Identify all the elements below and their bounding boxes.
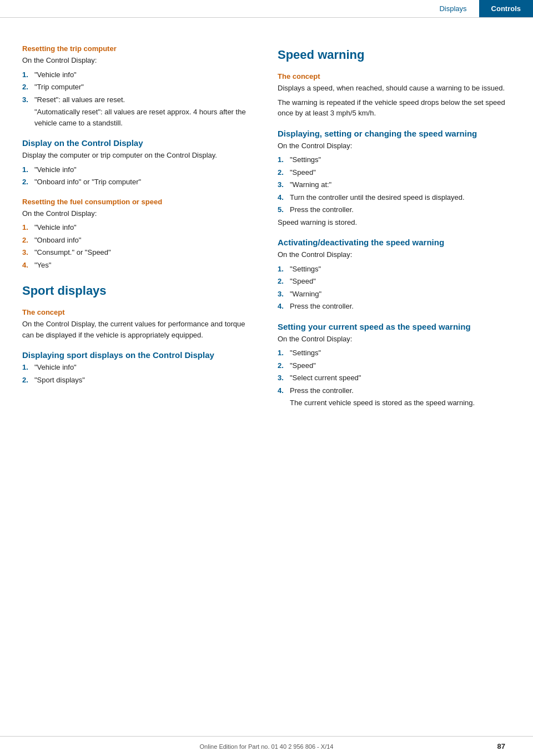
header-bar: Displays Controls: [0, 0, 533, 18]
step-item: 3. "Reset": all values are reset.: [22, 94, 255, 105]
sport-displays-heading: Sport displays: [22, 284, 255, 298]
activating-intro: On the Control Display:: [278, 249, 511, 260]
step-item: 3. "Select current speed": [278, 372, 511, 384]
step-item: 5. Press the controller.: [278, 204, 511, 215]
speed-warning-stored: Speed warning is stored.: [278, 217, 511, 228]
step-item: 1. "Vehicle info": [22, 69, 255, 80]
section-display-control-heading: Display on the Control Display: [22, 138, 255, 148]
right-column: Speed warning The concept Displays a spe…: [278, 34, 511, 411]
current-speed-intro: On the Control Display:: [278, 334, 511, 345]
reset-trip-steps: 1. "Vehicle info" 2. "Trip computer" 3. …: [22, 69, 255, 105]
displaying-setting-intro: On the Control Display:: [278, 140, 511, 152]
section-reset-fuel-heading: Resetting the fuel consumption or speed: [22, 198, 255, 206]
reset-fuel-steps: 1. "Vehicle info" 2. "Onboard info" 3. "…: [22, 222, 255, 270]
step-item: 4. "Yes": [22, 260, 255, 271]
sport-concept-text: On the Control Display, the current valu…: [22, 319, 255, 340]
step-item: 1. "Vehicle info": [22, 164, 255, 175]
current-speed-heading: Setting your current speed as the speed …: [278, 322, 511, 331]
step-item: 2. "Trip computer": [22, 82, 255, 93]
displaying-setting-steps: 1. "Settings" 2. "Speed" 3. "Warning at:…: [278, 154, 511, 215]
footer: Online Edition for Part no. 01 40 2 956 …: [0, 736, 533, 756]
activating-heading: Activating/deactivating the speed warnin…: [278, 238, 511, 247]
footer-text: Online Edition for Part no. 01 40 2 956 …: [200, 743, 334, 750]
content-wrapper: Resetting the trip computer On the Contr…: [0, 18, 533, 444]
section-reset-trip-intro: On the Control Display:: [22, 55, 255, 66]
footer-page: 87: [497, 742, 505, 750]
activating-steps: 1. "Settings" 2. "Speed" 3. "Warning" 4.…: [278, 264, 511, 312]
section-reset-trip-heading: Resetting the trip computer: [22, 44, 255, 53]
current-speed-subnote: The current vehicle speed is stored as t…: [290, 397, 511, 409]
section-display-control: Display on the Control Display Display t…: [22, 138, 255, 188]
section-sport-displays: Sport displays The concept On the Contro…: [22, 284, 255, 385]
section-reset-fuel-intro: On the Control Display:: [22, 208, 255, 219]
sport-concept-heading: The concept: [22, 308, 255, 316]
section-reset-trip: Resetting the trip computer On the Contr…: [22, 44, 255, 128]
step-item: 3. "Consumpt." or "Speed": [22, 247, 255, 258]
step-item: 2. "Speed": [278, 276, 511, 287]
step-item: 3. "Warning": [278, 289, 511, 300]
speed-concept-text1: Displays a speed, when reached, should c…: [278, 83, 511, 94]
step-item: 1. "Vehicle info": [22, 222, 255, 233]
step-item: 4. Press the controller.: [278, 301, 511, 312]
tab-displays[interactable]: Displays: [427, 0, 479, 17]
step-item: 2. "Speed": [278, 360, 511, 371]
reset-trip-subnote: "Automatically reset": all values are re…: [34, 107, 255, 128]
step-item: 4. Press the controller.: [278, 385, 511, 396]
left-column: Resetting the trip computer On the Contr…: [22, 34, 255, 411]
display-control-steps: 1. "Vehicle info" 2. "Onboard info" or "…: [22, 164, 255, 188]
section-reset-fuel: Resetting the fuel consumption or speed …: [22, 198, 255, 271]
speed-warning-heading: Speed warning: [278, 48, 511, 62]
step-item: 2. "Sport displays": [22, 375, 255, 386]
step-item: 1. "Settings": [278, 347, 511, 359]
sport-display-steps: 1. "Vehicle info" 2. "Sport displays": [22, 362, 255, 385]
step-item: 2. "Onboard info": [22, 235, 255, 246]
displaying-sport-heading: Displaying sport displays on the Control…: [22, 350, 255, 360]
section-display-control-intro: Display the computer or trip computer on…: [22, 150, 255, 161]
speed-concept-text2: The warning is repeated if the vehicle s…: [278, 97, 511, 119]
step-item: 1. "Settings": [278, 264, 511, 275]
step-item: 1. "Settings": [278, 154, 511, 165]
speed-concept-heading: The concept: [278, 72, 511, 80]
current-speed-steps: 1. "Settings" 2. "Speed" 3. "Select curr…: [278, 347, 511, 396]
step-item: 3. "Warning at:": [278, 179, 511, 190]
displaying-setting-heading: Displaying, setting or changing the spee…: [278, 129, 511, 138]
step-item: 2. "Onboard info" or "Trip computer": [22, 177, 255, 188]
step-item: 2. "Speed": [278, 167, 511, 178]
step-item: 1. "Vehicle info": [22, 362, 255, 373]
tab-controls[interactable]: Controls: [479, 0, 533, 17]
step-item: 4. Turn the controller until the desired…: [278, 192, 511, 203]
